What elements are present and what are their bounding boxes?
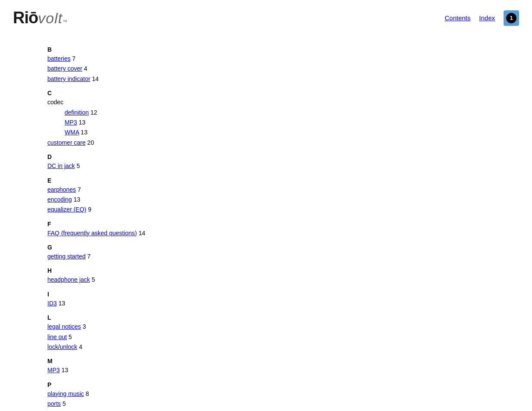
section-letter-h: H xyxy=(47,267,485,274)
index-item: earphones 7 xyxy=(47,185,485,194)
index-page-number: 20 xyxy=(86,139,94,146)
index-page-number: 4 xyxy=(82,65,87,72)
index-page-number: 14 xyxy=(137,230,145,237)
index-item: definition 12 xyxy=(47,108,485,117)
index-item: codec xyxy=(47,97,485,107)
index-entry-link[interactable]: batteries xyxy=(47,55,71,62)
logo-area: Riō volt ™ xyxy=(13,9,67,27)
section-letter-f: F xyxy=(47,221,485,227)
index-page-number: 7 xyxy=(71,55,76,62)
section-letter-m: M xyxy=(47,358,485,364)
logo-rio: Riō xyxy=(13,9,38,27)
index-entry-link[interactable]: MP3 xyxy=(65,119,77,126)
index-item: ports 5 xyxy=(47,399,485,408)
index-item: encoding 13 xyxy=(47,195,485,204)
index-link[interactable]: Index xyxy=(479,14,495,22)
index-item: DC in jack 5 xyxy=(47,161,485,171)
index-page-number: 4 xyxy=(77,343,82,350)
index-entry-link[interactable]: DC in jack xyxy=(47,162,75,169)
index-entry-link[interactable]: lock/unlock xyxy=(47,343,77,350)
index-entry-link[interactable]: line out xyxy=(47,333,67,340)
index-item: ID3 13 xyxy=(47,299,485,308)
logo-tm: ™ xyxy=(62,19,67,24)
index-content: Bbatteries 7battery cover 4battery indic… xyxy=(0,31,532,411)
index-item: headphone jack 5 xyxy=(47,275,485,284)
index-page-number: 12 xyxy=(89,109,97,116)
index-item: getting started 7 xyxy=(47,252,485,261)
section-letter-b: B xyxy=(47,46,485,53)
index-item: battery cover 4 xyxy=(47,64,485,73)
index-item: legal notices 3 xyxy=(47,322,485,331)
index-page-number: 14 xyxy=(90,75,99,82)
index-list: Bbatteries 7battery cover 4battery indic… xyxy=(47,46,485,409)
page-badge: 1 xyxy=(504,10,519,26)
index-item: WMA 13 xyxy=(47,128,485,137)
index-item: line out 5 xyxy=(47,332,485,342)
index-entry-link[interactable]: WMA xyxy=(65,129,79,136)
index-entry-link[interactable]: earphones xyxy=(47,186,76,193)
contents-link[interactable]: Contents xyxy=(445,14,470,22)
index-item: MP3 13 xyxy=(47,365,485,375)
index-page-number: 5 xyxy=(90,276,95,283)
page-badge-number: 1 xyxy=(506,13,516,23)
index-page-number: 5 xyxy=(67,333,72,340)
index-entry-link[interactable]: getting started xyxy=(47,253,86,260)
index-entry-link[interactable]: ID3 xyxy=(47,300,57,307)
section-letter-e: E xyxy=(47,177,485,184)
section-letter-g: G xyxy=(47,244,485,251)
index-entry-link[interactable]: battery cover xyxy=(47,65,82,72)
section-letter-p: P xyxy=(47,381,485,388)
index-entry-link[interactable]: battery indicator xyxy=(47,75,90,82)
index-page-number: 3 xyxy=(81,323,86,330)
index-entry-link[interactable]: customer care xyxy=(47,139,86,146)
index-page-number: 7 xyxy=(76,186,81,193)
index-item: equalizer (EQ) 9 xyxy=(47,205,485,214)
index-page-number: 5 xyxy=(61,400,66,407)
section-letter-l: L xyxy=(47,314,485,321)
index-item: battery indicator 14 xyxy=(47,74,485,84)
index-item: playing music 8 xyxy=(47,389,485,399)
index-entry-link[interactable]: equalizer (EQ) xyxy=(47,206,86,213)
header: Riō volt ™ Contents Index 1 xyxy=(0,0,532,31)
index-entry-link[interactable]: FAQ (frequently asked questions) xyxy=(47,230,137,237)
index-page-number: 13 xyxy=(72,196,80,203)
index-entry-link[interactable]: ports xyxy=(47,400,61,407)
index-entry-link[interactable]: playing music xyxy=(47,390,84,397)
section-letter-i: I xyxy=(47,291,485,298)
index-page-number: 13 xyxy=(79,129,87,136)
section-letter-c: C xyxy=(47,90,485,97)
nav-links: Contents Index 1 xyxy=(445,10,519,26)
index-page-number: 7 xyxy=(86,253,91,260)
index-entry-link[interactable]: encoding xyxy=(47,196,72,203)
index-entry-link[interactable]: headphone jack xyxy=(47,276,90,283)
index-item: lock/unlock 4 xyxy=(47,342,485,352)
index-page-number: 13 xyxy=(77,119,85,126)
index-item: customer care 20 xyxy=(47,138,485,147)
index-item: FAQ (frequently asked questions) 14 xyxy=(47,228,485,238)
index-page-number: 5 xyxy=(75,162,80,169)
logo: Riō volt ™ xyxy=(13,9,67,27)
index-item: MP3 13 xyxy=(47,118,485,127)
index-page-number: 13 xyxy=(60,367,68,374)
index-item: batteries 7 xyxy=(47,54,485,63)
index-page-number: 13 xyxy=(57,300,65,307)
index-entry-link[interactable]: MP3 xyxy=(47,367,60,374)
index-page-number: 9 xyxy=(86,206,91,213)
index-entry-label: codec xyxy=(47,99,63,106)
logo-volt: volt xyxy=(38,10,62,27)
index-page-number: 8 xyxy=(84,390,89,397)
index-entry-link[interactable]: definition xyxy=(65,109,89,116)
index-entry-link[interactable]: legal notices xyxy=(47,323,81,330)
section-letter-d: D xyxy=(47,153,485,160)
